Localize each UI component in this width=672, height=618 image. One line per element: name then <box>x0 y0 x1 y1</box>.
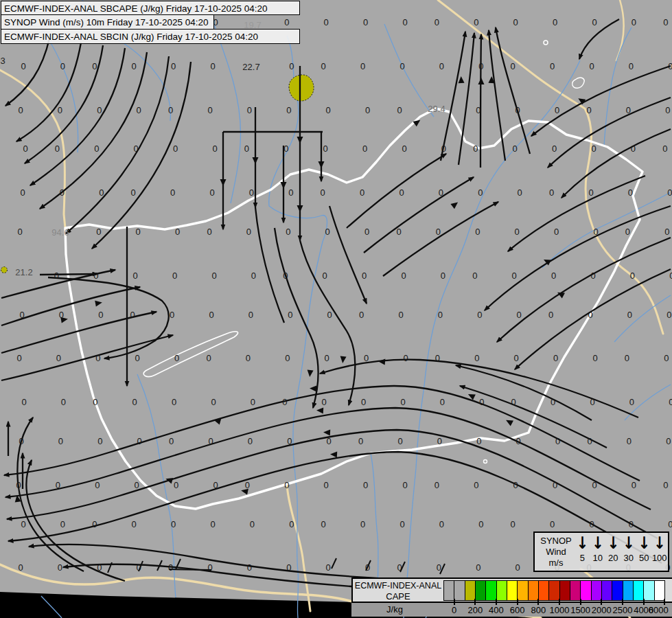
cape-scale-tick <box>601 599 602 605</box>
river <box>137 374 176 597</box>
streamline <box>5 408 651 510</box>
flow-arrow <box>60 316 68 323</box>
streamline <box>515 269 671 369</box>
cape-color-swatch <box>538 581 548 600</box>
cape-color-swatch <box>444 581 454 600</box>
cape-scale-tick <box>517 599 518 605</box>
streamline <box>48 277 169 358</box>
cape-scale-tick <box>664 599 665 605</box>
station-wind-mark <box>440 564 445 574</box>
streamline <box>92 62 191 249</box>
flow-arrow <box>318 161 325 168</box>
cape-color-swatch <box>612 581 622 600</box>
cape-contour-blob <box>1 267 8 273</box>
title-sbcape: ECMWF-INDEX-ANAL SBCAPE (J/kg) Friday 17… <box>1 1 300 15</box>
streamline <box>383 202 498 276</box>
country-border-tan <box>0 70 65 228</box>
country-border-tan <box>287 484 310 611</box>
cape-color-swatch <box>454 581 464 600</box>
wind-speed-column: ↓30 <box>621 534 637 570</box>
cape-color-swatch <box>580 581 590 600</box>
cape-color-swatch <box>623 581 633 600</box>
streamline <box>496 27 530 154</box>
streamline <box>40 274 97 275</box>
wind-legend: SYNOP Wind m/s ↓5↓10↓20↓30↓50↓100 <box>533 531 669 572</box>
cape-scale-tick <box>580 599 581 605</box>
cape-scale-tick <box>622 599 623 605</box>
streamline <box>40 52 147 209</box>
river <box>384 24 434 117</box>
streamline <box>480 34 481 168</box>
country-border-tan <box>438 0 663 334</box>
streamline <box>329 206 367 304</box>
station-wind-mark <box>332 558 336 569</box>
wind-legend-title-line: Wind <box>537 547 575 558</box>
streamline <box>27 460 125 581</box>
flow-arrow <box>478 78 485 84</box>
small-lake-outline <box>572 78 584 88</box>
flow-arrow <box>316 407 323 414</box>
river <box>614 295 671 342</box>
cape-scale-tick <box>496 599 497 605</box>
flow-arrow <box>220 179 227 186</box>
streamline <box>7 430 658 538</box>
wind-speed-column: ↓100 <box>652 534 668 570</box>
cape-legend-title: ECMWF-INDEX-ANAL <box>354 581 442 591</box>
cape-color-swatch <box>654 581 664 600</box>
flow-arrow <box>307 370 314 378</box>
down-arrow-icon: ↓ <box>623 532 635 555</box>
cape-scale-tick <box>559 599 560 605</box>
cape-scale-tick <box>643 599 645 605</box>
flow-arrow <box>450 200 459 209</box>
down-arrow-icon: ↓ <box>653 532 666 555</box>
streamline <box>29 545 480 581</box>
wind-speed-column: ↓20 <box>605 534 621 570</box>
flow-arrow <box>165 476 173 484</box>
flow-arrow <box>297 205 303 212</box>
streamline <box>347 154 446 228</box>
cape-color-swatch <box>517 581 527 600</box>
cape-scale-tick <box>474 599 476 605</box>
wind-speed-column: ↓50 <box>636 534 652 570</box>
wind-legend-title: SYNOP Wind m/s <box>537 536 575 569</box>
streamline <box>4 386 640 481</box>
hungary-border <box>65 108 642 509</box>
small-lake-outline <box>544 41 548 45</box>
station-wind-mark <box>366 560 371 571</box>
streamline <box>275 228 318 408</box>
streamline <box>30 48 125 185</box>
down-arrow-icon: ↓ <box>638 532 650 555</box>
streamline <box>5 38 49 106</box>
wind-legend-title-line: SYNOP <box>537 536 575 547</box>
wind-speed-column: ↓10 <box>590 534 606 570</box>
down-arrow-icon: ↓ <box>592 532 604 555</box>
streamline <box>548 98 671 168</box>
flow-arrow <box>297 137 303 144</box>
cape-scale-label: 6000 <box>639 605 672 615</box>
cape-color-swatch <box>475 581 485 600</box>
cape-color-swatch <box>591 581 601 600</box>
cape-legend-subtitle: CAPE <box>354 591 442 602</box>
station-wind-mark <box>169 569 211 570</box>
cape-color-swatch <box>528 581 538 600</box>
flow-arrow <box>95 299 102 307</box>
cape-color-swatch <box>601 581 612 600</box>
wind-speed-scale: ↓5↓10↓20↓30↓50↓100 <box>575 534 667 570</box>
streamline <box>456 365 592 420</box>
flow-arrow <box>378 358 386 365</box>
weather-map-stage: 0000000000000000000000000000000000000000… <box>0 0 672 618</box>
flow-arrow <box>323 429 330 436</box>
small-lake-outline <box>484 460 487 464</box>
flow-arrow <box>340 356 347 364</box>
flow-arrow <box>253 157 259 164</box>
wind-legend-title-line: m/s <box>537 558 575 569</box>
flow-arrow <box>281 182 287 189</box>
cape-color-swatch <box>570 581 580 600</box>
station-wind-mark <box>139 561 143 571</box>
streamline <box>579 19 619 59</box>
cape-scale-tick <box>454 599 455 605</box>
wind-speed-column: ↓5 <box>575 534 590 570</box>
cape-color-swatch <box>496 581 507 600</box>
down-arrow-icon: ↓ <box>607 532 619 555</box>
cape-color-swatch <box>548 581 559 600</box>
